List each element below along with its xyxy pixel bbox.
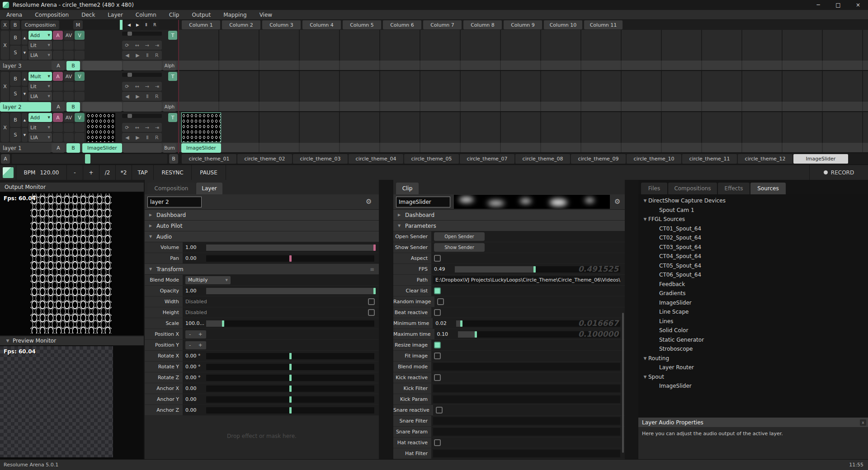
param-value[interactable]: 1.00 — [183, 286, 204, 296]
slider-handle[interactable] — [373, 288, 376, 294]
section-auto-pilot[interactable]: ▶Auto Pilot — [145, 221, 379, 231]
param-value[interactable]: 0.00 — [183, 405, 204, 415]
transport-button-resync[interactable]: RESYNC — [154, 165, 192, 180]
tab-compositions[interactable]: Compositions — [668, 183, 717, 194]
layer-clip-thumbnail[interactable] — [86, 113, 115, 142]
layer-solo-button[interactable]: S — [10, 128, 21, 142]
audio-video-button[interactable]: AV — [64, 113, 74, 122]
gear-icon[interactable]: ⚙ — [614, 197, 620, 206]
play-backward-icon[interactable]: ◀ — [125, 94, 129, 99]
param-empty-field[interactable] — [433, 417, 620, 425]
audio-only-button[interactable]: A — [53, 113, 63, 122]
slider-track[interactable] — [206, 320, 374, 327]
tree-item-feedback[interactable]: Feedback — [638, 280, 868, 289]
menu-item-output[interactable]: Output — [185, 12, 217, 18]
tree-item-static-generator[interactable]: Static Generator — [638, 335, 868, 345]
mode3-dropdown[interactable]: LIA▼ — [28, 51, 52, 60]
layer-x-button[interactable]: X — [1, 31, 9, 60]
video-only-button[interactable]: V — [75, 113, 85, 122]
column-header-10[interactable]: Column 10 — [544, 20, 582, 29]
play-backward-icon[interactable]: ◀ — [125, 135, 129, 141]
transport-button-2[interactable]: /2 — [99, 165, 116, 180]
menu-item-clip[interactable]: Clip — [163, 12, 186, 18]
layer-mask-mode-label[interactable]: Alph — [163, 102, 176, 112]
slider-handle[interactable] — [533, 266, 536, 273]
param-value[interactable]: 100.0... — [183, 318, 204, 329]
audio-only-button[interactable]: A — [53, 31, 63, 40]
param-empty-field[interactable] — [433, 428, 620, 436]
param-value[interactable]: 0.49 — [431, 264, 453, 274]
stepper-minus[interactable]: - — [189, 331, 191, 337]
record-button[interactable]: RECORD — [809, 165, 868, 180]
deck-tab-circle-theme-11[interactable]: circle_theme_11 — [682, 154, 737, 164]
slider-track[interactable] — [206, 288, 374, 294]
slider-handle[interactable] — [475, 331, 477, 338]
deck-tab-circle-theme-01[interactable]: circle_theme_01 — [182, 154, 236, 164]
tab-effects[interactable]: Effects — [718, 183, 750, 194]
layer-x-button[interactable]: X — [1, 72, 9, 101]
tree-item-ct02-spout-64[interactable]: CT02_Spout_64 — [638, 233, 868, 243]
param-empty-field[interactable] — [433, 395, 620, 403]
param-checkbox[interactable] — [437, 298, 444, 305]
crossfader-b-button[interactable]: B — [169, 154, 178, 164]
slider-track[interactable] — [206, 375, 374, 381]
play-backward-icon[interactable]: ◀ — [125, 52, 129, 58]
audio-video-button[interactable]: AV — [64, 72, 74, 81]
layer-crossfader-b-button[interactable]: B — [66, 102, 80, 112]
video-only-button[interactable]: V — [75, 72, 85, 81]
param-text-field[interactable]: E:\Dropbox\VJ Projects\LuckyLoops\Circle… — [433, 276, 620, 284]
clip-panel-scrollbar[interactable] — [622, 313, 624, 453]
tree-item-ct04-spout-64[interactable]: CT04_Spout_64 — [638, 252, 868, 261]
bpm-sync-icon[interactable] — [0, 165, 16, 180]
param-checkbox[interactable] — [434, 342, 441, 348]
section-audio[interactable]: ▼Audio — [145, 231, 379, 242]
composition-transport-button-0[interactable]: ◀ — [125, 20, 133, 29]
tree-item-ct05-spout-64[interactable]: CT05_Spout_64 — [638, 261, 868, 271]
tree-item-solid-color[interactable]: Solid Color — [638, 326, 868, 335]
composition-transport-button-2[interactable]: Ⅱ — [142, 20, 150, 29]
column-header-1[interactable]: Column 1 — [182, 20, 220, 29]
random-icon[interactable]: R — [155, 94, 159, 99]
deck-tab-circle-theme-04[interactable]: circle_theme_04 — [349, 154, 403, 164]
slider-track[interactable] — [206, 396, 374, 403]
tab-files[interactable]: Files — [641, 183, 667, 194]
layer-crossfader-b-button[interactable]: B — [66, 143, 80, 153]
column-header-3[interactable]: Column 3 — [262, 20, 301, 29]
play-forward-icon[interactable]: ▶ — [136, 135, 139, 141]
tab-composition[interactable]: Composition — [147, 183, 195, 194]
random-icon[interactable]: R — [155, 135, 159, 141]
transport-button-2[interactable]: *2 — [116, 165, 132, 180]
section-dashboard[interactable]: ▶Dashboard — [393, 210, 625, 221]
composition-master-button[interactable]: M — [73, 20, 83, 29]
transport-button-[interactable]: - — [67, 165, 83, 180]
play-once-icon[interactable]: ⇥ — [155, 42, 159, 48]
param-button-show-sender[interactable]: Show Sender — [434, 243, 485, 252]
deck-tab-circle-theme-03[interactable]: circle_theme_03 — [293, 154, 348, 164]
clip-name-input[interactable] — [396, 197, 450, 207]
deck-tab-circle-theme-07[interactable]: circle_theme_07 — [460, 154, 514, 164]
param-checkbox[interactable] — [434, 439, 441, 446]
layer-active-clip-label[interactable]: ImageSlider — [82, 143, 122, 153]
tree-item-line-scape[interactable]: Line Scape — [638, 307, 868, 317]
menu-item-view[interactable]: View — [253, 12, 278, 18]
tree-item-ct03-spout-64[interactable]: CT03_Spout_64 — [638, 243, 868, 252]
play-forward-icon[interactable]: ▶ — [136, 94, 139, 99]
tab-layer[interactable]: Layer — [196, 183, 222, 194]
transport-button-pause[interactable]: PAUSE — [192, 165, 226, 180]
mode2-dropdown[interactable]: Lit▼ — [28, 82, 52, 91]
param-checkbox[interactable] — [434, 287, 441, 294]
loop-icon[interactable]: ⟳ — [125, 42, 129, 48]
thumbnail-toggle-button[interactable]: T — [168, 31, 177, 40]
grid-clip-label[interactable]: ImageSlider — [181, 143, 221, 153]
layer-crossfader-a-button[interactable]: A — [52, 143, 65, 153]
tree-group-ffgl-sources[interactable]: ▼FFGL Sources — [638, 215, 868, 224]
column-header-5[interactable]: Column 5 — [343, 20, 381, 29]
close-button[interactable]: × — [848, 0, 868, 10]
random-icon[interactable]: R — [155, 52, 159, 58]
layer-name-label[interactable]: layer 1 — [0, 143, 51, 153]
param-value[interactable]: 0.00 — [183, 383, 204, 394]
layer-solo-button[interactable]: S — [10, 87, 21, 101]
stepper-plus[interactable]: + — [198, 342, 203, 348]
param-checkbox[interactable] — [434, 309, 441, 316]
mode2-dropdown[interactable]: Lit▼ — [28, 41, 52, 50]
